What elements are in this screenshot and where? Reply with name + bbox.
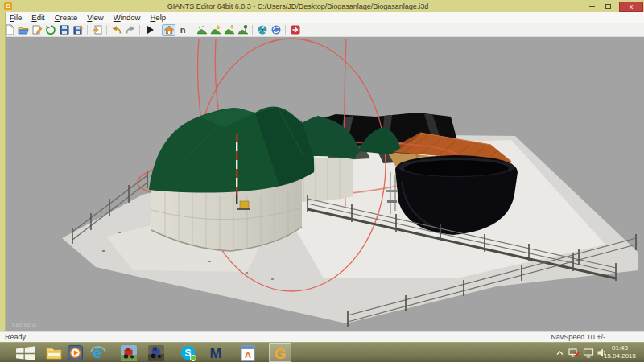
svg-text:M: M bbox=[209, 345, 221, 361]
taskbar-giants-editor[interactable]: G bbox=[269, 343, 291, 362]
tray-hidden-icons[interactable] bbox=[554, 343, 565, 362]
menu-window[interactable]: Window bbox=[109, 13, 146, 22]
clock-date: 15.04.2015 bbox=[599, 352, 641, 360]
window-title: GIANTS Editor 64bit 6.0.3 - C:/Users/JD/… bbox=[12, 2, 584, 10]
tray-network-error-icon[interactable] bbox=[568, 343, 580, 362]
toolbar: n bbox=[0, 23, 644, 37]
taskbar-file-explorer[interactable] bbox=[43, 343, 64, 362]
taskbar-farming-simulator-blue[interactable] bbox=[145, 343, 167, 362]
viewport-3d[interactable]: camera bbox=[6, 37, 644, 331]
tray-clock[interactable]: 01:43 15.04.2015 bbox=[599, 344, 641, 360]
start-button[interactable] bbox=[11, 343, 40, 362]
minimize-button[interactable] bbox=[584, 0, 600, 12]
menu-create[interactable]: Create bbox=[50, 13, 83, 22]
exit-icon[interactable] bbox=[288, 24, 302, 36]
camera-label: camera bbox=[12, 320, 36, 328]
svg-text:A: A bbox=[245, 349, 251, 359]
gear-tool-icon[interactable] bbox=[255, 24, 269, 36]
camera-home-icon[interactable] bbox=[162, 24, 175, 36]
app-icon: G bbox=[4, 2, 12, 10]
svg-text:n: n bbox=[180, 25, 185, 35]
taskbar-media-player[interactable] bbox=[64, 343, 86, 362]
menu-file[interactable]: File bbox=[5, 13, 27, 22]
import-icon[interactable] bbox=[90, 24, 104, 36]
n-tool-icon[interactable]: n bbox=[175, 24, 189, 36]
tray-display-icon[interactable] bbox=[582, 343, 595, 362]
gear-settings-icon[interactable] bbox=[269, 24, 283, 36]
svg-text:G: G bbox=[275, 345, 287, 362]
statusbar: Ready NavSpeed 10 +/- bbox=[0, 331, 644, 342]
taskbar-m-app[interactable]: M bbox=[204, 343, 226, 362]
taskbar: e S M A G 01:43 15.04.2015 bbox=[0, 342, 644, 362]
close-button[interactable]: x bbox=[619, 2, 643, 12]
terrain-sculpt-icon[interactable] bbox=[195, 24, 208, 36]
taskbar-text-editor[interactable]: A bbox=[237, 343, 258, 362]
open-file-icon[interactable] bbox=[16, 24, 30, 36]
play-icon[interactable] bbox=[142, 24, 156, 36]
terrain-foliage-icon[interactable] bbox=[236, 24, 250, 36]
save-icon[interactable] bbox=[57, 24, 71, 36]
taskbar-skype[interactable]: S bbox=[177, 343, 199, 362]
redo-icon[interactable] bbox=[123, 24, 137, 36]
window-border-left bbox=[0, 12, 6, 331]
undo-icon[interactable] bbox=[109, 24, 123, 36]
edit-file-icon[interactable] bbox=[30, 24, 43, 36]
status-navspeed: NavSpeed 10 +/- bbox=[551, 333, 605, 341]
taskbar-internet-explorer[interactable]: e bbox=[87, 343, 109, 362]
status-separator bbox=[80, 333, 81, 342]
taskbar-farming-simulator-red[interactable] bbox=[118, 343, 139, 362]
titlebar: G GIANTS Editor 64bit 6.0.3 - C:/Users/J… bbox=[0, 0, 644, 12]
maximize-button[interactable] bbox=[600, 0, 616, 12]
reload-icon[interactable] bbox=[43, 24, 57, 36]
status-ready: Ready bbox=[5, 333, 26, 341]
windows-logo-icon bbox=[15, 346, 36, 360]
menubar: File Edit Create View Window Help bbox=[0, 12, 644, 23]
terrain-paint-up-icon[interactable] bbox=[222, 24, 236, 36]
save-as-icon[interactable] bbox=[71, 24, 85, 36]
terrain-paint-down-icon[interactable] bbox=[208, 24, 222, 36]
menu-view[interactable]: View bbox=[82, 13, 108, 22]
clock-time: 01:43 bbox=[599, 344, 641, 352]
scene-canvas[interactable] bbox=[6, 37, 644, 331]
menu-edit[interactable]: Edit bbox=[27, 13, 49, 22]
menu-help[interactable]: Help bbox=[145, 13, 171, 22]
fermenter-tank-front[interactable] bbox=[149, 106, 314, 251]
